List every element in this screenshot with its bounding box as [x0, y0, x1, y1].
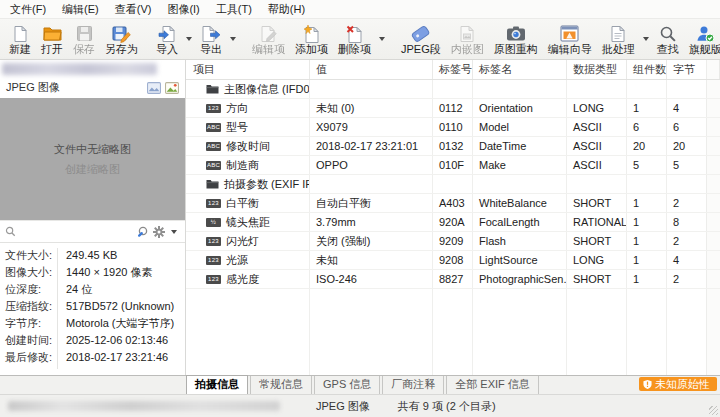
- folder-icon: [206, 84, 219, 94]
- menu-item-1[interactable]: 编辑(E): [54, 0, 107, 19]
- open-button[interactable]: 打开: [36, 22, 68, 56]
- group-row[interactable]: 拍摄参数 (EXIF IFD): [186, 175, 720, 194]
- import-dropdown-caret-icon[interactable]: [186, 37, 192, 41]
- table-row[interactable]: ½镜头焦距3.79mm920AFocalLengthRATIONAL18: [186, 213, 720, 232]
- edition-button[interactable]: 旗舰版: [684, 22, 720, 56]
- add-item-button[interactable]: 添加项: [290, 22, 333, 56]
- table-row[interactable]: ABC型号X90790110ModelASCII66: [186, 118, 720, 137]
- column-header-1[interactable]: 值: [310, 60, 433, 79]
- table-row[interactable]: ABC修改时间2018-02-17 23:21:010132DateTimeAS…: [186, 137, 720, 156]
- table-scroll-strip[interactable]: [706, 251, 720, 269]
- table-row[interactable]: ABC制造商OPPO010FMakeASCII55: [186, 156, 720, 175]
- export-button[interactable]: 导出: [195, 22, 227, 56]
- table-scroll-strip[interactable]: [706, 80, 720, 98]
- toolbar-group-3: JPEG段内嵌图原图重构编辑向导批处理: [396, 20, 652, 58]
- item-dtype-cell: SHORT: [567, 232, 627, 250]
- table-scroll-strip[interactable]: [706, 156, 720, 174]
- table-row[interactable]: 123感光度ISO-2468827PhotographicSen...SHORT…: [186, 270, 720, 289]
- menu-item-0[interactable]: 文件(F): [2, 0, 54, 19]
- item-bytes-cell: 20: [667, 137, 707, 155]
- item-name: 方向: [226, 101, 248, 116]
- batch-dropdown-caret-icon[interactable]: [643, 37, 649, 41]
- item-value-cell: 2018-02-17 23:21:01: [310, 137, 433, 155]
- column-header-6[interactable]: 字节: [667, 60, 707, 79]
- tag-icon: [410, 24, 431, 43]
- save-as-button[interactable]: 另存为: [100, 22, 143, 56]
- save-label: 保存: [73, 43, 95, 55]
- colored-image-icon[interactable]: [165, 82, 179, 94]
- jpeg-segments-button[interactable]: JPEG段: [396, 22, 446, 56]
- table-scroll-strip[interactable]: [706, 118, 720, 136]
- property-label: 最后修改:: [5, 351, 58, 364]
- column-header-4[interactable]: 数据类型: [567, 60, 627, 79]
- add-item-label: 添加项: [295, 43, 328, 55]
- preview-image-icon[interactable]: [147, 82, 161, 94]
- item-components-cell: 1: [627, 251, 667, 269]
- item-name: 镜头焦距: [226, 215, 270, 230]
- embedded-image-label: 内嵌图: [451, 43, 484, 55]
- table-scroll-strip[interactable]: [706, 60, 720, 79]
- menu-item-4[interactable]: 工具(T): [208, 0, 260, 19]
- run-search-icon[interactable]: [137, 226, 150, 238]
- table-scroll-strip[interactable]: [706, 213, 720, 231]
- status-item-count: 共有 9 项 (2 个目录): [398, 399, 496, 414]
- delete-item-dropdown-caret-icon[interactable]: [379, 37, 385, 41]
- import-button[interactable]: 导入: [151, 22, 183, 56]
- group-row[interactable]: 主图像信息 (IFD0): [186, 80, 720, 99]
- save-button: 保存: [68, 22, 100, 56]
- search-options-gear-icon[interactable]: [153, 226, 165, 238]
- column-header-5[interactable]: 组件数: [627, 60, 667, 79]
- column-header-2[interactable]: 标签号: [433, 60, 473, 79]
- table-row[interactable]: 123方向未知 (0)0112OrientationLONG14: [186, 99, 720, 118]
- tab-4[interactable]: 全部 EXIF 信息: [446, 376, 539, 395]
- table-scroll-strip[interactable]: [706, 137, 720, 155]
- item-dtype-cell: ASCII: [567, 137, 627, 155]
- toolbar-split-new: 新建: [4, 20, 36, 58]
- toolbar-group-1: 导入导出: [151, 20, 239, 58]
- empty-cell: [667, 289, 707, 375]
- column-header-3[interactable]: 标签名: [473, 60, 567, 79]
- folder-icon: [206, 179, 219, 189]
- menu-item-3[interactable]: 图像(I): [159, 0, 207, 19]
- menu-item-2[interactable]: 查看(V): [107, 0, 160, 19]
- tab-2[interactable]: GPS 信息: [314, 376, 380, 395]
- property-value: 2025-12-06 02:13:46: [58, 334, 168, 347]
- column-header-0[interactable]: 项目: [186, 60, 310, 79]
- table-row[interactable]: 123光源未知9208LightSourceLONG14: [186, 251, 720, 270]
- originality-badge[interactable]: 未知原始性: [639, 377, 717, 391]
- table-scroll-strip[interactable]: [706, 270, 720, 288]
- table-scroll-strip[interactable]: [706, 289, 720, 375]
- table-row[interactable]: 123闪光灯关闭 (强制)9209FlashSHORT12: [186, 232, 720, 251]
- table-scroll-strip[interactable]: [706, 232, 720, 250]
- batch-label: 批处理: [602, 43, 635, 55]
- file-type-label: JPEG 图像: [6, 80, 143, 95]
- create-thumbnail-link[interactable]: 创建缩略图: [65, 162, 120, 177]
- search-options-caret-icon[interactable]: [171, 230, 177, 234]
- find-button[interactable]: 查找: [652, 22, 684, 56]
- toolbar-split-batch: 批处理: [597, 20, 652, 58]
- search-input[interactable]: [19, 225, 134, 239]
- table-scroll-strip[interactable]: [706, 175, 720, 193]
- table-body: 主图像信息 (IFD0)123方向未知 (0)0112OrientationLO…: [186, 80, 720, 289]
- table-scroll-strip[interactable]: [706, 194, 720, 212]
- tab-0[interactable]: 拍摄信息: [186, 375, 248, 395]
- delete-item-button[interactable]: 删除项: [333, 22, 376, 56]
- delete-item-icon: [346, 24, 364, 43]
- table-row[interactable]: 123白平衡自动白平衡A403WhiteBalanceSHORT12: [186, 194, 720, 213]
- rebuild-original-button[interactable]: 原图重构: [489, 22, 543, 56]
- new-button[interactable]: 新建: [4, 22, 36, 56]
- tab-3[interactable]: 厂商注释: [382, 376, 444, 395]
- item-tag-cell: 0112: [433, 99, 473, 117]
- tab-1[interactable]: 常规信息: [250, 376, 312, 395]
- toolbar-split-edit-wizard: 编辑向导: [543, 20, 597, 58]
- table-scroll-strip[interactable]: [706, 99, 720, 117]
- property-row-2: 位深度:24 位: [0, 281, 185, 298]
- batch-button[interactable]: 批处理: [597, 22, 640, 56]
- export-dropdown-caret-icon[interactable]: [230, 37, 236, 41]
- toolbar-split-rebuild-original: 原图重构: [489, 20, 543, 58]
- item-bytes-cell: 8: [667, 213, 707, 231]
- menu-item-5[interactable]: 帮助(H): [260, 0, 313, 19]
- item-dtype-cell: LONG: [567, 99, 627, 117]
- resize-grip[interactable]: [709, 406, 718, 415]
- edit-wizard-button[interactable]: 编辑向导: [543, 22, 597, 56]
